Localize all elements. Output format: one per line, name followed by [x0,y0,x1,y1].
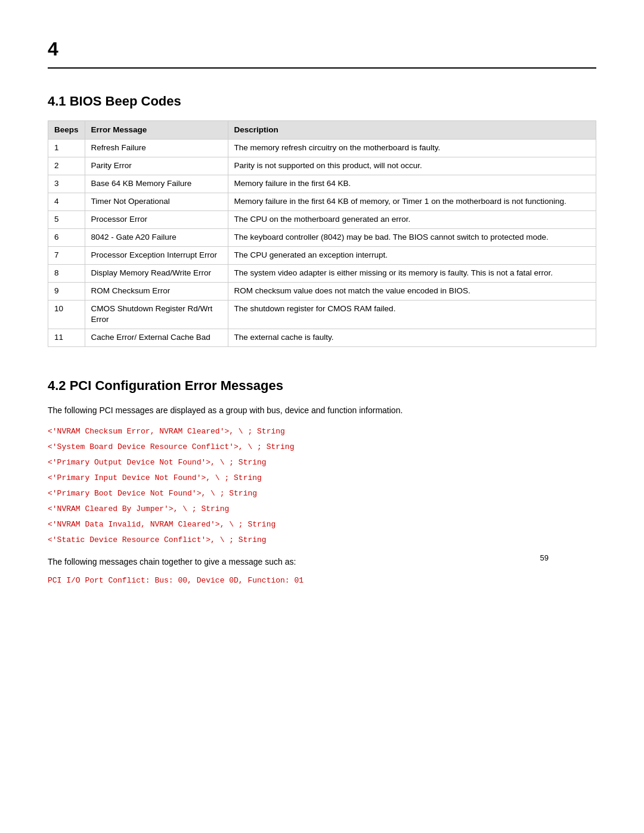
table-header-beeps: Beeps [48,120,85,140]
code-line-6: <'NVRAM Cleared By Jumper'>, \ ; String [48,503,596,516]
cell-error-message: 8042 - Gate A20 Failure [85,228,228,246]
cell-error-message: Cache Error/ External Cache Bad [85,329,228,347]
cell-description: The system video adapter is either missi… [228,264,596,282]
code-line-7: <'NVRAM Data Invalid, NVRAM Cleared'>, \… [48,518,596,531]
cell-description: The keyboard controller (8042) may be ba… [228,228,596,246]
code-line-3: <'Primary Output Device Not Found'>, \ ;… [48,456,596,469]
table-row: 11Cache Error/ External Cache BadThe ext… [48,329,596,347]
code-line-8: <'Static Device Resource Conflict'>, \ ;… [48,534,596,547]
code-line-2: <'System Board Device Resource Conflict'… [48,441,596,454]
cell-error-message: Processor Error [85,211,228,229]
table-row: 68042 - Gate A20 FailureThe keyboard con… [48,228,596,246]
cell-beeps: 5 [48,211,85,229]
page-number: 59 [540,553,549,563]
table-header-error: Error Message [85,120,228,140]
cell-error-message: Refresh Failure [85,140,228,157]
chain-example-code: PCI I/O Port Conflict: Bus: 00, Device 0… [48,574,596,587]
cell-beeps: 8 [48,264,85,282]
table-header-desc: Description [228,120,596,140]
cell-error-message: Parity Error [85,157,228,175]
cell-error-message: Timer Not Operational [85,193,228,211]
cell-beeps: 1 [48,140,85,157]
cell-error-message: Processor Exception Interrupt Error [85,246,228,264]
cell-beeps: 11 [48,329,85,347]
code-block-container: <'NVRAM Checksum Error, NVRAM Cleared'>,… [48,425,596,547]
cell-description: ROM checksum value does not match the va… [228,282,596,300]
table-row: 1Refresh FailureThe memory refresh circu… [48,140,596,157]
chapter-divider [48,67,596,69]
table-row: 7Processor Exception Interrupt ErrorThe … [48,246,596,264]
section-42: 4.2 PCI Configuration Error Messages The… [48,377,596,587]
cell-description: Parity is not supported on this product,… [228,157,596,175]
cell-description: The memory refresh circuitry on the moth… [228,140,596,157]
code-line-1: <'NVRAM Checksum Error, NVRAM Cleared'>,… [48,425,596,438]
code-line-5: <'Primary Boot Device Not Found'>, \ ; S… [48,487,596,500]
table-row: 9ROM Checksum ErrorROM checksum value do… [48,282,596,300]
cell-beeps: 4 [48,193,85,211]
cell-beeps: 6 [48,228,85,246]
table-row: 4Timer Not OperationalMemory failure in … [48,193,596,211]
cell-description: The shutdown register for CMOS RAM faile… [228,300,596,329]
cell-description: The CPU on the motherboard generated an … [228,211,596,229]
table-row: 3Base 64 KB Memory FailureMemory failure… [48,175,596,193]
cell-beeps: 7 [48,246,85,264]
table-row: 8Display Memory Read/Write ErrorThe syst… [48,264,596,282]
cell-error-message: Base 64 KB Memory Failure [85,175,228,193]
cell-beeps: 3 [48,175,85,193]
table-row: 5Processor ErrorThe CPU on the motherboa… [48,211,596,229]
section-42-title: 4.2 PCI Configuration Error Messages [48,377,596,395]
chapter-title: 4 [48,36,596,63]
cell-beeps: 2 [48,157,85,175]
cell-description: Memory failure in the first 64 KB. [228,175,596,193]
table-row: 2Parity ErrorParity is not supported on … [48,157,596,175]
bios-beep-table: Beeps Error Message Description 1Refresh… [48,120,596,348]
cell-description: The external cache is faulty. [228,329,596,347]
cell-error-message: ROM Checksum Error [85,282,228,300]
cell-beeps: 9 [48,282,85,300]
chain-intro-text: The following messages chain together to… [48,556,596,568]
cell-description: The CPU generated an exception interrupt… [228,246,596,264]
cell-error-message: Display Memory Read/Write Error [85,264,228,282]
section-41-title: 4.1 BIOS Beep Codes [48,92,596,111]
cell-beeps: 10 [48,300,85,329]
code-line-4: <'Primary Input Device Not Found'>, \ ; … [48,472,596,485]
cell-description: Memory failure in the first 64 KB of mem… [228,193,596,211]
cell-error-message: CMOS Shutdown Register Rd/Wrt Error [85,300,228,329]
table-row: 10CMOS Shutdown Register Rd/Wrt ErrorThe… [48,300,596,329]
section-42-intro: The following PCI messages are displayed… [48,405,596,417]
